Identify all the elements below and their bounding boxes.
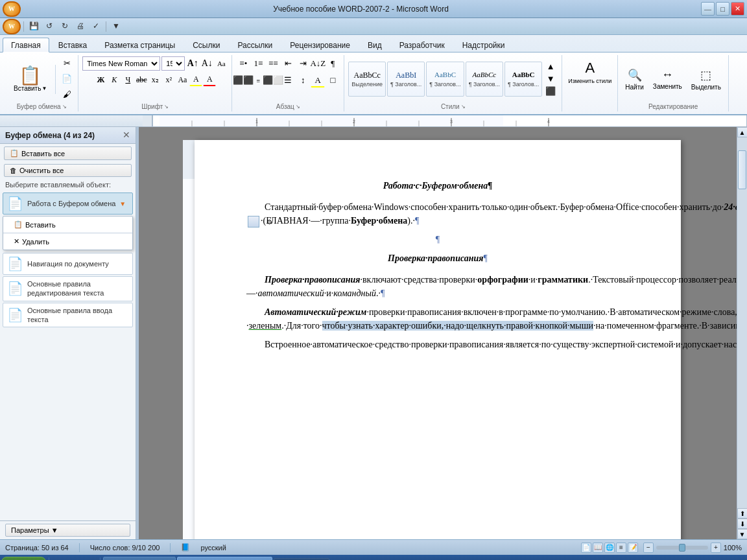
- clip-item-1[interactable]: 📄 Навигация по документу: [3, 253, 133, 275]
- tab-references[interactable]: Ссылки: [184, 38, 228, 52]
- paste-button[interactable]: 📋 Вставить ▼: [9, 65, 51, 94]
- italic-button[interactable]: К: [108, 73, 121, 86]
- tab-home[interactable]: Главная: [3, 38, 49, 52]
- tab-review[interactable]: Рецензирование: [281, 38, 359, 52]
- styles-scroll-down[interactable]: ▼: [543, 73, 558, 85]
- params-button[interactable]: Параметры ▼: [5, 524, 130, 537]
- zoom-out-button[interactable]: −: [643, 542, 654, 553]
- tab-mailings[interactable]: Рассылки: [229, 38, 281, 52]
- scroll-track[interactable]: [737, 137, 747, 508]
- font-size-select[interactable]: 15: [161, 56, 185, 71]
- bold-button[interactable]: Ж: [94, 73, 107, 86]
- align-left-button[interactable]: ⬛⬛: [236, 73, 250, 88]
- styles-expand-icon[interactable]: ↘: [461, 104, 466, 110]
- paste-all-button[interactable]: 📋 Вставить все: [4, 146, 132, 160]
- clip-item-3[interactable]: 📄 Основные правила ввода текста: [3, 303, 133, 328]
- minimize-button[interactable]: —: [701, 2, 715, 16]
- numbering-button[interactable]: 1≡: [251, 56, 265, 71]
- qat-undo[interactable]: ↺: [42, 19, 56, 34]
- word-icon[interactable]: W: [3, 1, 21, 17]
- qat-redo[interactable]: ↻: [58, 19, 72, 34]
- qat-dropdown[interactable]: ▼: [109, 19, 123, 34]
- maximize-button[interactable]: □: [716, 2, 729, 16]
- scroll-down-button[interactable]: ▼: [737, 529, 748, 539]
- style-item-heading2[interactable]: AaBbC ¶ Заголов...: [426, 62, 464, 97]
- clipboard-expand-icon[interactable]: ↘: [62, 104, 67, 110]
- styles-more[interactable]: ⬛: [543, 86, 558, 98]
- taskbar-folder[interactable]: 📁: [83, 557, 97, 560]
- font-expand-icon[interactable]: ↘: [164, 104, 169, 110]
- align-right-button[interactable]: ⬛⬜: [266, 73, 280, 88]
- ctx-delete[interactable]: ✕ Удалить: [3, 235, 132, 248]
- font-name-select[interactable]: Times New Roman: [82, 56, 160, 71]
- strikethrough-button[interactable]: abc: [135, 73, 148, 86]
- zoom-slider-thumb[interactable]: [679, 544, 685, 552]
- zoom-in-button[interactable]: +: [711, 542, 721, 553]
- scroll-thumb[interactable]: [738, 150, 746, 189]
- justify-button[interactable]: ☰: [281, 73, 295, 88]
- ctx-paste[interactable]: 📋 Вставить: [3, 218, 132, 231]
- tab-page-layout[interactable]: Разметка страницы: [96, 38, 184, 52]
- clear-all-button[interactable]: 🗑 Очистить все: [4, 164, 132, 177]
- view-draft[interactable]: 📝: [628, 542, 638, 553]
- style-item-heading1[interactable]: AaBbI ¶ Заголов...: [387, 62, 425, 97]
- border-button[interactable]: □: [326, 73, 340, 88]
- scroll-page-down-button[interactable]: ⬇: [737, 519, 748, 529]
- clip-item-2[interactable]: 📄 Основные правила редактирования текста: [3, 276, 133, 301]
- case-button[interactable]: Аа: [176, 73, 189, 86]
- underline-button[interactable]: Ч: [121, 73, 134, 86]
- style-item-heading4[interactable]: AaBbC ¶ Заголов...: [504, 62, 542, 97]
- tab-addins[interactable]: Надстройки: [454, 38, 514, 52]
- style-item-normal[interactable]: AaBbCc Выделение: [348, 62, 386, 97]
- change-styles-button[interactable]: A Изменить стили: [565, 58, 615, 86]
- replace-button[interactable]: ↔ Заменить: [650, 66, 685, 92]
- format-painter-button[interactable]: 🖌: [60, 88, 74, 102]
- view-normal[interactable]: 📄: [581, 542, 591, 553]
- view-outline[interactable]: ≡: [616, 542, 626, 553]
- copy-button[interactable]: 📄: [60, 72, 74, 86]
- subscript-button[interactable]: x₂: [148, 73, 161, 86]
- fill-color-button[interactable]: A: [311, 73, 325, 88]
- vertical-scrollbar[interactable]: ▲ ⬆ ⬇ ▼: [737, 127, 747, 539]
- zoom-slider-track[interactable]: [656, 546, 708, 550]
- font-color-button[interactable]: A: [203, 73, 216, 86]
- cut-button[interactable]: ✂: [60, 56, 74, 71]
- style-item-heading3[interactable]: AaBbCc ¶ Заголов...: [466, 62, 503, 97]
- clip-item-0[interactable]: 📄 Работа с Буфером обмена ▼: [3, 192, 133, 215]
- close-button[interactable]: ✕: [731, 2, 744, 16]
- find-button[interactable]: 🔍 Найти: [622, 66, 647, 93]
- sort-button[interactable]: A↓Z: [311, 56, 325, 71]
- tab-developer[interactable]: Разработчик: [391, 38, 453, 52]
- clear-format-button[interactable]: Aa: [215, 57, 228, 70]
- qat-spellcheck[interactable]: ✓: [89, 19, 103, 34]
- show-formatting-button[interactable]: ¶: [326, 56, 340, 71]
- select-button[interactable]: ⬚ Выделить: [688, 66, 724, 93]
- panel-close-button[interactable]: ✕: [123, 130, 130, 141]
- superscript-button[interactable]: x²: [162, 73, 175, 86]
- font-shrink-button[interactable]: A↓: [200, 57, 213, 70]
- taskbar-item-1[interactable]: 📄 Учебное пособие W...: [177, 557, 272, 560]
- qat-print[interactable]: 🖨: [73, 19, 88, 34]
- tab-view[interactable]: Вид: [359, 38, 390, 52]
- view-reading[interactable]: 📖: [593, 542, 603, 553]
- taskbar-show-desktop[interactable]: 🖥: [52, 557, 66, 560]
- view-web[interactable]: 🌐: [604, 542, 615, 553]
- qat-save[interactable]: 💾: [27, 19, 41, 34]
- page[interactable]: Работа·с·Буфером·обмена¶ Стандартный·буф…: [195, 140, 681, 539]
- multilevel-button[interactable]: ≡≡: [266, 56, 280, 71]
- taskbar-item-0[interactable]: 📄 НОВАЯ WORD: [103, 557, 176, 560]
- para-expand-icon[interactable]: ↘: [296, 104, 300, 110]
- line-spacing-button[interactable]: ↕: [296, 73, 310, 88]
- tab-insert[interactable]: Вставка: [50, 38, 96, 52]
- decrease-indent-button[interactable]: ⇤: [281, 56, 295, 71]
- scroll-page-up-button[interactable]: ⬆: [737, 508, 748, 519]
- bullets-button[interactable]: ≡•: [236, 56, 250, 71]
- font-grow-button[interactable]: A↑: [186, 57, 199, 70]
- styles-scroll-up[interactable]: ▲: [543, 60, 558, 73]
- taskbar-ie[interactable]: 🌐: [67, 557, 82, 560]
- start-button[interactable]: 🪟 Пуск: [1, 557, 46, 560]
- highlight-button[interactable]: A: [189, 73, 202, 86]
- increase-indent-button[interactable]: ⇥: [296, 56, 310, 71]
- scroll-up-button[interactable]: ▲: [737, 127, 748, 137]
- office-button[interactable]: W: [3, 19, 21, 34]
